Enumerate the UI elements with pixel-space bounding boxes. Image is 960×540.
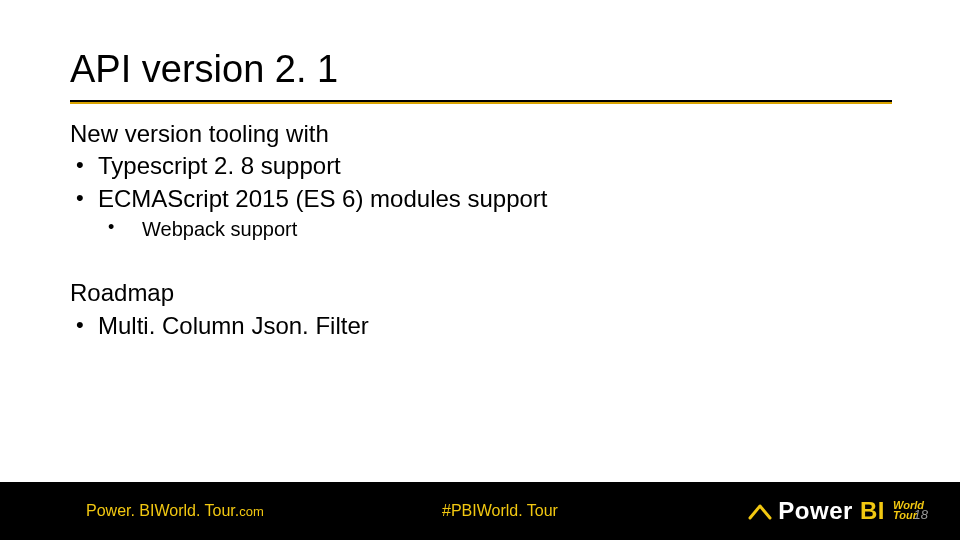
bullet-item: Typescript 2. 8 support <box>70 150 892 182</box>
brand-prefix: Power <box>778 497 860 524</box>
footer-brand: Power BI World Tour <box>748 497 924 525</box>
footer-bar: Power. BIWorld. Tour.com #PBIWorld. Tour… <box>0 482 960 540</box>
slide: API version 2. 1 New version tooling wit… <box>0 0 960 540</box>
sub-bullet-text: Webpack support <box>142 218 297 240</box>
footer-url: Power. BIWorld. Tour.com <box>86 502 264 520</box>
title-underline-accent <box>70 102 892 104</box>
sub-bullet-item: Webpack support <box>70 215 892 243</box>
section1-heading: New version tooling with <box>70 118 892 150</box>
slide-title: API version 2. 1 <box>70 48 338 91</box>
brand-bi: BI <box>860 497 885 524</box>
bullet-text: ECMAScript 2015 (ES 6) modules support <box>98 185 548 212</box>
slide-body: New version tooling with Typescript 2. 8… <box>70 118 892 342</box>
page-number: 18 <box>914 507 928 522</box>
section2-heading: Roadmap <box>70 277 892 309</box>
bullet-item: Multi. Column Json. Filter <box>70 310 892 342</box>
bullet-item: ECMAScript 2015 (ES 6) modules support <box>70 183 892 215</box>
spacer <box>70 243 892 277</box>
bullet-text: Multi. Column Json. Filter <box>98 312 369 339</box>
brand-text: Power BI <box>778 497 885 525</box>
chevron-up-icon <box>748 502 772 520</box>
footer-url-main: Power. BIWorld. Tour. <box>86 502 239 519</box>
footer-url-domain: com <box>239 504 264 519</box>
footer-hashtag: #PBIWorld. Tour <box>442 502 558 520</box>
bullet-text: Typescript 2. 8 support <box>98 152 341 179</box>
